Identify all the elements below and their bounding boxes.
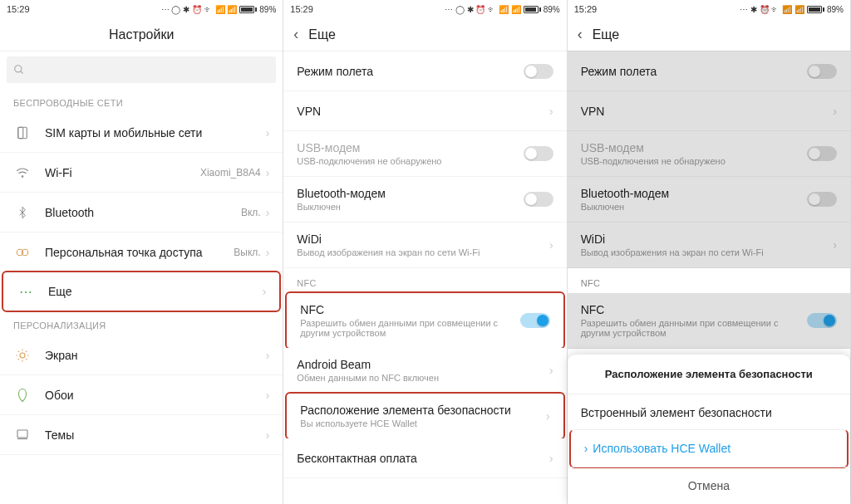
check-icon: › [584,442,588,455]
bluetooth-icon [13,203,32,222]
chevron-right-icon: › [833,105,837,118]
svg-rect-3 [18,127,23,139]
bt-modem-toggle[interactable] [524,192,553,207]
section-personal: ПЕРСОНАЛИЗАЦИЯ [0,311,283,335]
chevron-right-icon: › [549,364,553,377]
bt-value: Вкл. [241,207,261,218]
sheet-cancel[interactable]: Отмена [568,467,850,504]
status-time: 15:29 [574,4,598,14]
item-security-element[interactable]: Расположение элемента безопасностиВы исп… [285,392,564,440]
item-usb: USB-модемUSB-подключения не обнаружено [568,131,850,177]
item-airplane: Режим полета [568,51,850,91]
status-bar: 15:29 ⋯ ◯ ✱ ⏰ ᯤ 📶 📶 89% [283,0,566,18]
chevron-right-icon: › [263,285,267,298]
status-bar: 15:29 ⋯ ◯ ✱ ⏰ ᯤ 📶 📶 89% [0,0,283,18]
chevron-right-icon: › [266,246,270,259]
chevron-right-icon: › [549,452,553,465]
status-time: 15:29 [290,4,313,14]
search-input[interactable] [7,56,276,83]
hotspot-icon [13,243,32,262]
item-wallpaper[interactable]: Обои › [0,375,283,415]
back-button: ‹ [578,26,583,43]
chevron-right-icon: › [266,389,270,402]
page-title: Еще [593,27,620,42]
dimmed-background: 15:29 ⋯ ✱ ⏰ ᯤ 📶 📶 89% ‹ Еще Режим полета… [568,0,850,349]
back-button[interactable]: ‹ [293,26,298,43]
status-time: 15:29 [7,4,30,14]
sim-icon [13,124,32,142]
item-more[interactable]: ⋯ Еще › [2,271,281,312]
item-airplane[interactable]: Режим полета [283,51,566,91]
status-icons: ⋯ ✱ ⏰ ᯤ 📶 📶 89% [740,5,844,14]
svg-point-4 [22,175,23,177]
header: ‹ Еще [283,18,566,51]
nfc-toggle[interactable] [520,313,550,328]
section-nfc: NFC [568,268,850,293]
themes-icon [13,426,32,444]
chevron-right-icon: › [549,238,553,252]
bottom-sheet: Расположение элемента безопасности Встро… [568,355,850,504]
chevron-right-icon: › [266,428,270,442]
item-bluetooth[interactable]: Bluetooth Вкл. › [0,193,283,232]
svg-rect-8 [17,430,27,438]
svg-point-7 [20,353,25,358]
wifi-value: Xiaomi_B8A4 [200,167,261,179]
airplane-toggle [807,64,837,79]
item-usb: USB-модемUSB-подключения не обнаружено [283,131,566,177]
usb-toggle [524,146,553,161]
svg-point-0 [15,66,22,72]
more-icon: ⋯ [17,282,35,301]
search-icon [13,64,25,76]
chevron-right-icon: › [833,238,837,252]
sheet-title: Расположение элемента безопасности [568,355,850,394]
hotspot-value: Выкл. [234,247,260,258]
sheet-option-builtin[interactable]: Встроенный элемент безопасности [568,394,850,431]
wifi-icon [13,164,32,182]
section-wireless: БЕСПРОВОДНЫЕ СЕТИ [0,88,283,113]
header: Настройки [0,18,283,51]
chevron-right-icon: › [546,409,550,423]
svg-line-1 [21,71,23,74]
phone-more: 15:29 ⋯ ◯ ✱ ⏰ ᯤ 📶 📶 89% ‹ Еще Режим поле… [283,0,567,504]
brightness-icon [13,346,32,365]
phone-sheet: 15:29 ⋯ ✱ ⏰ ᯤ 📶 📶 89% ‹ Еще Режим полета… [568,0,851,504]
item-beam[interactable]: Android BeamОбмен данными по NFC включен… [283,348,566,394]
sheet-option-hce[interactable]: ›Использовать HCE Wallet [569,429,849,468]
wallpaper-icon [13,386,32,404]
chevron-right-icon: › [266,206,270,219]
item-screen[interactable]: Экран › [0,335,283,375]
item-vpn[interactable]: VPN › [283,91,566,131]
phone-settings: 15:29 ⋯ ◯ ✱ ⏰ ᯤ 📶 📶 89% Настройки БЕСПРО… [0,0,283,504]
item-bt-modem: Bluetooth-модемВыключен [568,177,850,223]
chevron-right-icon: › [266,166,270,179]
item-bt-modem[interactable]: Bluetooth-модемВыключен [283,177,566,223]
page-title: Настройки [109,27,174,42]
item-sim[interactable]: SIM карты и мобильные сети › [0,113,283,153]
status-bar: 15:29 ⋯ ✱ ⏰ ᯤ 📶 📶 89% [568,0,850,18]
item-contactless[interactable]: Бесконтактная оплата › [283,438,566,478]
header: ‹ Еще [568,18,850,51]
status-icons: ⋯ ◯ ✱ ⏰ ᯤ 📶 📶 89% [445,5,560,14]
airplane-toggle[interactable] [524,64,553,79]
status-icons: ⋯ ◯ ✱ ⏰ ᯤ 📶 📶 89% [161,5,277,14]
item-hotspot[interactable]: Персональная точка доступа Выкл. › [0,232,283,272]
item-vpn: VPN › [568,91,850,131]
nfc-toggle [807,313,837,328]
item-widi[interactable]: WiDiВывод изображения на экран по сети W… [283,223,566,268]
item-widi: WiDiВывод изображения на экран по сети W… [568,223,850,268]
page-title: Еще [308,27,336,42]
item-wifi[interactable]: Wi-Fi Xiaomi_B8A4 › [0,153,283,193]
chevron-right-icon: › [266,349,270,362]
section-nfc: NFC [283,268,566,293]
chevron-right-icon: › [549,105,553,118]
usb-toggle [807,146,837,161]
item-nfc[interactable]: NFCРазрешить обмен данными при совмещени… [285,291,564,350]
item-nfc: NFCРазрешить обмен данными при совмещени… [568,293,850,349]
item-themes[interactable]: Темы › [0,415,283,455]
bt-modem-toggle [807,192,837,207]
svg-rect-2 [18,127,27,139]
chevron-right-icon: › [266,126,270,139]
